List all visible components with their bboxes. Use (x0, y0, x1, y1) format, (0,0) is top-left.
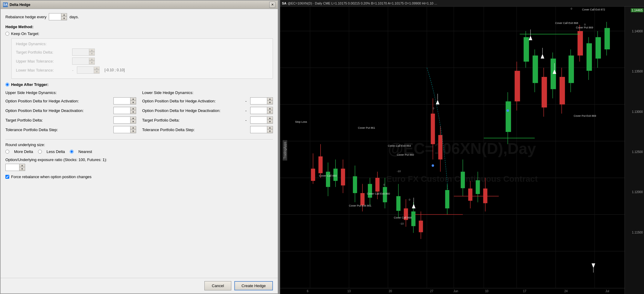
lower-activation-row: Option Position Delta for Hedge Activati… (142, 97, 273, 104)
cancel-button[interactable]: Cancel (204, 281, 231, 290)
less-delta-label: Less Delta (47, 149, 65, 154)
dialog-icon: SA (3, 2, 8, 7)
lower-target-down[interactable]: ▼ (267, 120, 273, 123)
upper-activation-down[interactable]: ▼ (130, 101, 136, 104)
upper-deactivation-up[interactable]: ▲ (130, 107, 136, 110)
annotation-cover-put-860: Cover Put 860 (397, 153, 414, 156)
lower-deactivation-down[interactable]: ▼ (267, 110, 273, 114)
nearest-radio[interactable] (70, 150, 74, 154)
annotation-cover-call-868: Cover Call 868 (394, 216, 412, 219)
round-underlying-options: More Delta Less Delta Nearest (5, 149, 273, 154)
upper-deactivation-spinner[interactable]: 3.00 ▲ ▼ (113, 107, 136, 114)
upper-target-down[interactable]: ▼ (130, 120, 136, 123)
upper-activation-input[interactable]: 5.00 (114, 98, 130, 104)
hedge-after-trigger-radio[interactable] (5, 83, 9, 87)
less-delta-radio[interactable] (38, 150, 42, 154)
svg-rect-37 (396, 196, 400, 211)
annotation-cover-call-860: Cover Call 860 (319, 174, 337, 177)
upper-tolerance-step-spinner[interactable]: 1.00 ▲ ▼ (113, 126, 136, 133)
svg-rect-75 (578, 31, 583, 56)
x-label-6: 6 (307, 290, 309, 293)
exposure-down[interactable]: ▼ (19, 167, 25, 171)
close-button[interactable]: ✕ (269, 2, 275, 8)
lower-tolerance-step-down[interactable]: ▼ (267, 130, 273, 133)
rebalance-up[interactable]: ▲ (61, 13, 67, 17)
upper-tolerance-step-input[interactable]: 1.00 (114, 126, 130, 133)
annotation-stop-loss: Stop Loss (295, 120, 307, 123)
round-underlying-label: Round underlying size: (5, 143, 45, 147)
chart-panel: SA @EC=106XN(D) · Daily CME L=1.10175 0.… (280, 0, 644, 294)
upper-target-spinner[interactable]: 0.00 ▲ ▼ (113, 116, 136, 124)
upper-tolerance-step-up[interactable]: ▲ (130, 126, 136, 130)
svg-rect-57 (483, 189, 487, 203)
annotation-cover-call-exit-860: Cover Call Exit 860 (367, 192, 390, 195)
lower-target-label: Target Portfolio Delta: (142, 118, 243, 122)
upper-tolerance-step-label: Tolerance Portfolio Delta Step: (5, 128, 111, 132)
create-hedge-button[interactable]: Create Hedge (234, 281, 273, 290)
lower-tolerance-step-spinner[interactable]: 1.00 ▲ ▼ (250, 126, 273, 133)
exposure-label: Option/Underlying exposure ratio (Stocks… (5, 157, 273, 162)
svg-rect-27 (353, 176, 357, 193)
force-rebalance-checkbox[interactable] (5, 175, 9, 179)
lower-tolerance-step-input[interactable]: 1.00 (250, 126, 267, 133)
svg-rect-65 (533, 55, 538, 83)
chart-body: @EC=106XN(D),Day Euro FX Custom Continuo… (280, 7, 644, 294)
lower-target-spinner[interactable]: 0.00 ▲ ▼ (250, 116, 273, 124)
rebalance-spinner[interactable]: 1 ▲ ▼ (49, 13, 67, 20)
svg-marker-94 (412, 204, 415, 208)
svg-rect-49 (445, 190, 449, 208)
rebalance-row: Rebalance hedge every 1 ▲ ▼ days. (5, 13, 273, 20)
force-rebalance-label: Force rebalance when option position cha… (11, 175, 92, 179)
lower-tolerance-step-up[interactable]: ▲ (267, 126, 273, 130)
lower-deactivation-spinner[interactable]: 3.00 ▲ ▼ (250, 107, 273, 114)
svg-rect-19 (318, 156, 323, 173)
x-label-24: 24 (564, 290, 568, 293)
upper-deactivation-down[interactable]: ▼ (130, 110, 136, 114)
chart-symbol: SA (282, 1, 286, 5)
exposure-input[interactable]: 1.0 (6, 164, 19, 171)
lower-target-up[interactable]: ▲ (267, 117, 273, 120)
rebalance-down[interactable]: ▼ (61, 17, 67, 20)
minus-10-label2: -10 (400, 222, 404, 225)
nearest-label: Nearest (78, 149, 92, 154)
keep-on-target-radio[interactable] (5, 32, 9, 36)
svg-rect-29 (360, 193, 364, 205)
lower-activation-input[interactable]: 5.00 (250, 98, 267, 104)
upper-target-up[interactable]: ▲ (130, 117, 136, 120)
x-label-10: 10 (485, 290, 488, 293)
upper-target-row: Target Portfolio Delta: 0.00 ▲ ▼ (5, 116, 136, 124)
upper-tolerance-step-down[interactable]: ▼ (130, 130, 136, 133)
rebalance-suffix: days. (69, 15, 79, 19)
upper-tolerance-spinner: 0.10 ▲ ▼ (72, 57, 95, 65)
svg-rect-53 (468, 189, 473, 201)
svg-rect-43 (419, 221, 423, 232)
x-label-17: 17 (523, 290, 526, 293)
lower-activation-up[interactable]: ▲ (267, 98, 273, 101)
lower-activation-spinner[interactable]: 5.00 ▲ ▼ (250, 97, 273, 104)
lower-tolerance-up: ▲ (94, 67, 99, 70)
upper-deactivation-label: Option Position Delta for Hedge Deactiva… (5, 108, 111, 113)
upper-target-input[interactable]: 0.00 (114, 117, 130, 123)
rebalance-input[interactable]: 1 (49, 13, 61, 20)
svg-rect-47 (438, 135, 442, 160)
hedge-after-trigger-row: Hedge After Trigger: (5, 82, 273, 87)
zero-label-3: 0 (433, 107, 434, 110)
lower-tolerance-step-row: Tolerance Portfolio Delta Step: 1.00 ▲ ▼ (142, 126, 273, 133)
upper-deactivation-row: Option Position Delta for Hedge Deactiva… (5, 107, 136, 114)
exposure-up[interactable]: ▲ (19, 164, 25, 167)
more-delta-radio[interactable] (5, 150, 9, 154)
lower-activation-down[interactable]: ▼ (267, 101, 273, 104)
lower-target-input[interactable]: 0.00 (250, 117, 267, 123)
upper-activation-spinner[interactable]: 5.00 ▲ ▼ (113, 97, 136, 104)
lower-deactivation-input[interactable]: 3.00 (250, 107, 267, 114)
svg-rect-61 (515, 71, 520, 101)
svg-rect-81 (604, 28, 610, 49)
target-delta-label: Target Portfolio Delta: (16, 50, 70, 54)
exposure-spinner[interactable]: 1.0 ▲ ▼ (5, 164, 25, 171)
upper-deactivation-input[interactable]: 3.00 (114, 107, 130, 114)
upper-activation-up[interactable]: ▲ (130, 98, 136, 101)
price-12000: 1.12000 (632, 190, 643, 194)
price-13000: 1.13000 (632, 110, 643, 113)
svg-rect-71 (560, 77, 565, 104)
lower-deactivation-up[interactable]: ▲ (267, 107, 273, 110)
